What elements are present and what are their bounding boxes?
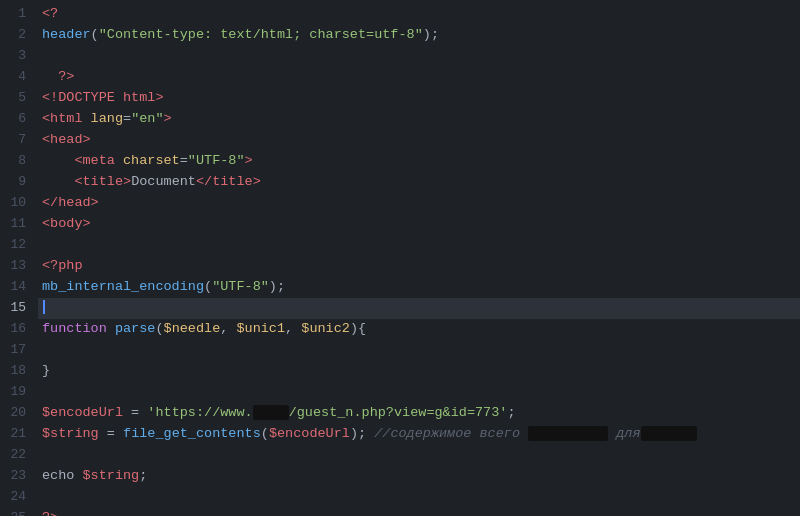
line-number-10: 10 (0, 193, 38, 214)
line-content-4: ?> (38, 67, 800, 88)
line-content-3 (38, 46, 800, 67)
line-content-17 (38, 340, 800, 361)
line-23: 23 echo $string; (0, 466, 800, 487)
line-content-24 (38, 487, 800, 508)
line-number-15: 15 (0, 298, 38, 319)
line-content-20: $encodeUrl = 'https://www./guest_n.php?v… (38, 403, 800, 424)
line-number-5: 5 (0, 88, 38, 109)
line-content-23: echo $string; (38, 466, 800, 487)
line-content-2: header("Content-type: text/html; charset… (38, 25, 800, 46)
line-2: 2 header("Content-type: text/html; chars… (0, 25, 800, 46)
line-1: 1 <? (0, 4, 800, 25)
line-16: 16 function parse($needle, $unic1, $unic… (0, 319, 800, 340)
line-15: 15 (0, 298, 800, 319)
line-content-25: ?> (38, 508, 800, 516)
line-number-12: 12 (0, 235, 38, 256)
code-editor[interactable]: 1 <? 2 header("Content-type: text/html; … (0, 0, 800, 516)
line-number-2: 2 (0, 25, 38, 46)
line-number-21: 21 (0, 424, 38, 445)
line-content-9: <title>Document</title> (38, 172, 800, 193)
line-content-16: function parse($needle, $unic1, $unic2){ (38, 319, 800, 340)
line-content-1: <? (38, 4, 800, 25)
line-number-11: 11 (0, 214, 38, 235)
line-8: 8 <meta charset="UTF-8"> (0, 151, 800, 172)
line-number-22: 22 (0, 445, 38, 466)
line-24: 24 (0, 487, 800, 508)
line-9: 9 <title>Document</title> (0, 172, 800, 193)
line-number-20: 20 (0, 403, 38, 424)
line-5: 5 <!DOCTYPE html> (0, 88, 800, 109)
line-number-16: 16 (0, 319, 38, 340)
line-content-11: <body> (38, 214, 800, 235)
line-11: 11 <body> (0, 214, 800, 235)
line-content-22 (38, 445, 800, 466)
line-content-6: <html lang="en"> (38, 109, 800, 130)
line-number-9: 9 (0, 172, 38, 193)
line-18: 18 } (0, 361, 800, 382)
line-22: 22 (0, 445, 800, 466)
line-number-24: 24 (0, 487, 38, 508)
line-content-5: <!DOCTYPE html> (38, 88, 800, 109)
line-6: 6 <html lang="en"> (0, 109, 800, 130)
line-number-8: 8 (0, 151, 38, 172)
line-content-8: <meta charset="UTF-8"> (38, 151, 800, 172)
line-number-3: 3 (0, 46, 38, 67)
line-20: 20 $encodeUrl = 'https://www./guest_n.ph… (0, 403, 800, 424)
line-content-12 (38, 235, 800, 256)
line-14: 14 mb_internal_encoding("UTF-8"); (0, 277, 800, 298)
line-7: 7 <head> (0, 130, 800, 151)
line-number-19: 19 (0, 382, 38, 403)
line-21: 21 $string = file_get_contents($encodeUr… (0, 424, 800, 445)
line-content-19 (38, 382, 800, 403)
line-number-7: 7 (0, 130, 38, 151)
line-content-15 (38, 298, 800, 319)
line-number-18: 18 (0, 361, 38, 382)
line-content-14: mb_internal_encoding("UTF-8"); (38, 277, 800, 298)
line-number-1: 1 (0, 4, 38, 25)
line-content-10: </head> (38, 193, 800, 214)
line-number-23: 23 (0, 466, 38, 487)
line-content-7: <head> (38, 130, 800, 151)
line-number-13: 13 (0, 256, 38, 277)
line-content-21: $string = file_get_contents($encodeUrl);… (38, 424, 800, 445)
line-25: 25 ?> (0, 508, 800, 516)
line-17: 17 (0, 340, 800, 361)
line-3: 3 (0, 46, 800, 67)
line-number-6: 6 (0, 109, 38, 130)
line-number-17: 17 (0, 340, 38, 361)
line-12: 12 (0, 235, 800, 256)
line-19: 19 (0, 382, 800, 403)
line-number-4: 4 (0, 67, 38, 88)
line-content-18: } (38, 361, 800, 382)
line-13: 13 <?php (0, 256, 800, 277)
line-number-14: 14 (0, 277, 38, 298)
line-10: 10 </head> (0, 193, 800, 214)
line-4: 4 ?> (0, 67, 800, 88)
line-number-25: 25 (0, 508, 38, 516)
line-content-13: <?php (38, 256, 800, 277)
